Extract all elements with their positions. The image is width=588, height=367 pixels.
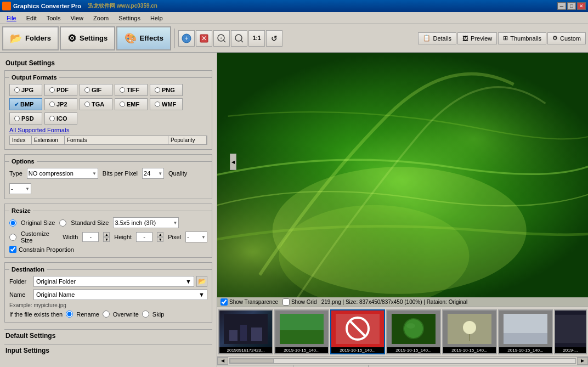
name-row: Name Original Name ▼ <box>9 289 207 300</box>
skip-label: Skip <box>152 311 164 318</box>
h-scrollbar[interactable]: ◀ ▶ <box>217 356 588 365</box>
format-emf[interactable]: EMF <box>115 98 148 110</box>
height-label: Height <box>114 234 132 240</box>
width-down-btn[interactable]: ▼ <box>103 237 110 242</box>
height-input[interactable] <box>136 232 152 242</box>
skip-radio[interactable] <box>142 310 149 318</box>
scroll-right-icon: ▶ <box>581 358 584 363</box>
settings-icon: ⚙ <box>67 32 76 44</box>
thumbnail-1[interactable]: 20190918172423... <box>218 309 273 354</box>
scroll-right-btn[interactable]: ▶ <box>577 357 588 365</box>
toolbar-rotate-btn[interactable]: ↺ <box>266 30 282 47</box>
svg-rect-16 <box>240 325 247 341</box>
thumbnail-7[interactable]: 2019-... <box>554 309 587 354</box>
preview-image <box>217 53 588 307</box>
thumb-2-img <box>275 310 328 347</box>
scroll-left-btn[interactable]: ◀ <box>217 357 228 365</box>
app-title: Graphics Converter Pro 迅龙软件网 www.pc0359.… <box>2 2 157 10</box>
toolbar-remove-btn[interactable]: ✕ <box>196 30 212 47</box>
thumbnail-6[interactable]: 2019-10-15_140... <box>498 309 553 354</box>
menu-file[interactable]: File <box>2 14 21 22</box>
tga-radio <box>84 101 90 107</box>
close-button[interactable]: ✕ <box>577 2 586 10</box>
menu-view[interactable]: View <box>66 14 88 22</box>
view-custom-btn[interactable]: ⚙ Custom <box>547 32 586 44</box>
folder-browse-btn[interactable]: 📂 <box>196 276 207 287</box>
format-ico[interactable]: ICO <box>44 112 77 125</box>
name-select[interactable]: Original Name ▼ <box>33 289 207 300</box>
width-up-btn[interactable]: ▲ <box>103 232 110 237</box>
scroll-thumb[interactable] <box>230 359 274 363</box>
toolbar-add-btn[interactable]: + <box>178 30 195 47</box>
panel-collapse-btn[interactable]: ◀ <box>230 154 236 170</box>
format-jpg[interactable]: JPG <box>9 84 42 96</box>
scroll-track[interactable] <box>229 358 576 364</box>
menu-zoom[interactable]: Zoom <box>89 14 113 22</box>
menu-tools[interactable]: Tools <box>42 14 65 22</box>
thumbnail-4[interactable]: 2019-10-15_140... <box>386 309 441 354</box>
tab-settings[interactable]: ⚙ Settings <box>60 26 115 50</box>
format-bmp[interactable]: ✔ BMP <box>9 98 42 110</box>
pixel-select[interactable]: - ▼ <box>185 232 207 242</box>
bits-select[interactable]: 24 ▼ <box>142 168 164 179</box>
quality-select[interactable]: - ▼ <box>9 183 31 194</box>
grid-check[interactable] <box>282 298 290 306</box>
details-icon: 📋 <box>423 35 431 42</box>
menu-help[interactable]: Help <box>146 14 167 22</box>
toolbar-1to1-btn[interactable]: 1:1 <box>248 30 265 47</box>
right-panel: ◀ <box>217 53 588 367</box>
format-tiff[interactable]: TIFF <box>115 84 148 96</box>
thumbnail-2[interactable]: 2019-10-15_140... <box>274 309 329 354</box>
width-input[interactable] <box>82 232 99 242</box>
type-value: NO compression <box>29 170 74 177</box>
pixel-value: - <box>187 234 189 240</box>
menu-settings[interactable]: Settings <box>114 14 145 22</box>
svg-text:+: + <box>220 36 223 41</box>
toolbar-zoom-in-btn[interactable]: + <box>213 30 230 47</box>
format-wmf[interactable]: WMF <box>150 98 183 110</box>
height-down-btn[interactable]: ▼ <box>157 237 163 242</box>
standard-size-select[interactable]: 3.5x5 inch (3R) ▼ <box>113 217 179 228</box>
constrain-checkbox[interactable] <box>9 246 16 253</box>
standard-size-radio[interactable] <box>59 219 66 227</box>
all-formats-link[interactable]: All Supported Formats <box>9 127 207 133</box>
format-gif[interactable]: GIF <box>80 84 112 96</box>
custom-icon: ⚙ <box>552 35 558 42</box>
format-pdf[interactable]: PDF <box>44 84 77 96</box>
quality-arrow-icon: ▼ <box>25 187 30 191</box>
resize-header: Resize <box>9 206 207 215</box>
tab-folders[interactable]: 📂 Folders <box>2 26 59 50</box>
customize-size-radio[interactable] <box>9 234 16 241</box>
rename-label: Rename <box>76 311 99 318</box>
show-transparence-checkbox[interactable]: Show Transparence <box>220 298 278 306</box>
minimize-button[interactable]: ─ <box>557 2 566 10</box>
default-settings-title: Default Settings <box>5 332 55 340</box>
thumb-6-img <box>499 310 552 347</box>
rename-radio[interactable] <box>66 310 73 318</box>
view-preview-btn[interactable]: 🖼 Preview <box>457 32 497 44</box>
bits-label: Bits per Pixel <box>103 170 138 177</box>
maximize-button[interactable]: □ <box>567 2 576 10</box>
thumbnail-5[interactable]: 2019-10-15_140... <box>442 309 497 354</box>
menu-edit[interactable]: Edit <box>22 14 41 22</box>
format-psd[interactable]: PSD <box>9 112 42 125</box>
svg-text:+: + <box>185 35 189 42</box>
view-thumbnails-btn[interactable]: ⊞ Thumbnails <box>498 32 546 44</box>
format-jp2[interactable]: JP2 <box>44 98 77 110</box>
transparence-check[interactable] <box>220 298 228 306</box>
overwrite-radio[interactable] <box>103 310 110 318</box>
tab-effects[interactable]: 🎨 Effects <box>116 26 171 50</box>
resize-row-1: Original Size Standard Size 3.5x5 inch (… <box>9 217 207 228</box>
toolbar-zoom-out-btn[interactable] <box>231 30 247 47</box>
original-size-radio[interactable] <box>9 219 16 227</box>
format-grid: JPG PDF GIF TIFF PNG <box>9 84 207 125</box>
height-up-btn[interactable]: ▲ <box>157 232 163 237</box>
folder-select[interactable]: Original Folder ▼ <box>33 276 194 287</box>
view-details-btn[interactable]: 📋 Details <box>418 32 456 44</box>
format-png[interactable]: PNG <box>150 84 183 96</box>
thumbnail-3[interactable]: 2019-10-15_140... <box>330 309 385 354</box>
type-select[interactable]: NO compression ▼ <box>27 168 98 179</box>
show-grid-checkbox[interactable]: Show Grid <box>282 298 317 306</box>
view-preview-label: Preview <box>471 35 492 42</box>
format-tga[interactable]: TGA <box>80 98 112 110</box>
